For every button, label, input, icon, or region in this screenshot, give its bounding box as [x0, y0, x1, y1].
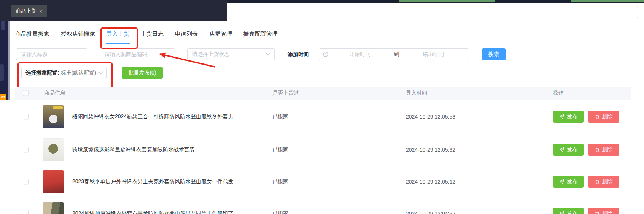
table-row: 2024加绒加厚冲锋衣外套石墨烯防风防水登山服男女同款工作服印字 已搬家 202… [0, 198, 644, 214]
topright-widget [637, 6, 644, 19]
tab-batch-move[interactable]: 商品批量搬家 [15, 30, 49, 38]
chevron-down-icon [99, 71, 103, 75]
top-strip-green-segment [399, 0, 495, 2]
tab-application-list[interactable]: 申请列表 [175, 30, 198, 38]
tabs-divider [10, 44, 644, 44]
publish-label: 发布 [567, 178, 577, 185]
top-strip-green-segment [571, 0, 644, 2]
title-search-input[interactable] [16, 48, 87, 60]
import-time: 2024-10-29 12:05:12 [406, 179, 455, 185]
tab-import-listing[interactable]: 导入上货 [107, 30, 129, 38]
publish-label: 发布 [567, 146, 577, 153]
delete-button[interactable]: 删除 [588, 144, 619, 156]
row-checkbox[interactable] [23, 179, 29, 185]
publish-button[interactable]: 发布 [553, 111, 584, 123]
table-row: 骆陀同款冲锋衣女2024新款三合一可拆卸防风防水登山服秋冬外套男 已搬家 202… [0, 100, 644, 134]
header-product: 商品信息 [44, 90, 65, 97]
send-icon [559, 179, 564, 184]
import-time: 2024-10-29 12:05:53 [406, 114, 455, 120]
delete-label: 删除 [602, 113, 613, 120]
product-title: 2024加绒加厚冲锋衣外套石墨烯防风防水登山服男女同款工作服印字 [72, 210, 233, 214]
sidebar-menu-shape [0, 64, 4, 81]
publish-button[interactable]: 发布 [553, 208, 584, 214]
trash-icon [595, 211, 600, 214]
product-title: 跨境废墟俄迷彩鲨鱼皮冲锋衣套装加绒防水战术套装 [72, 146, 195, 153]
delete-label: 删除 [602, 210, 613, 214]
send-icon [559, 114, 564, 119]
status-select-placeholder: 请选择上货状态 [192, 51, 266, 58]
send-icon [559, 211, 564, 214]
delete-label: 删除 [602, 146, 613, 153]
batch-publish-button[interactable]: 批量发布(0) [122, 67, 163, 79]
publish-label: 发布 [567, 210, 577, 214]
listing-status-select[interactable]: 请选择上货状态 [187, 48, 275, 60]
product-thumbnail [43, 105, 64, 128]
table-row: 2023春秋季单层户外冲锋衣男士夹克外套防风防水登山服女一件代发 已搬家 202… [0, 166, 644, 198]
import-time: 2024-10-29 12:04:52 [406, 211, 455, 214]
tab-shop-group[interactable]: 店群管理 [209, 30, 232, 38]
trash-icon [595, 114, 600, 119]
listed-status: 已搬家 [272, 178, 288, 185]
publish-button[interactable]: 发布 [553, 144, 584, 156]
end-time-placeholder: 结束时间 [402, 51, 465, 58]
date-filter-label: 添加时间 [288, 51, 309, 58]
table-header: 商品信息 是否上货过 导入时间 操作 [15, 87, 631, 100]
select-all-checkbox[interactable] [23, 90, 29, 96]
chevron-down-icon [266, 53, 270, 56]
window-tab-product-listing[interactable]: 商品上货 × [11, 5, 47, 17]
send-icon [559, 147, 564, 152]
trash-icon [595, 179, 600, 184]
product-title: 骆陀同款冲锋衣女2024新款三合一可拆卸防风防水登山服秋冬外套男 [72, 113, 233, 120]
table-row: 跨境废墟俄迷彩鲨鱼皮冲锋衣套装加绒防水战术套装 已搬家 2024-10-29 1… [0, 134, 644, 166]
source-product-code-input[interactable] [100, 48, 175, 60]
date-range-picker[interactable]: 开始时间 到 结束时间 [319, 48, 469, 60]
app-window: 商品上货 × OT 商品批量搬家 授权店铺搬家 导入上货 上货日志 申请列表 店… [0, 0, 644, 214]
move-config-value: 标准(默认配置) [61, 70, 97, 76]
header-listed: 是否上货过 [272, 90, 299, 97]
delete-button[interactable]: 删除 [588, 208, 619, 214]
row-checkbox[interactable] [23, 114, 29, 120]
clock-icon [323, 52, 328, 57]
ot-floating-badge[interactable]: OT [0, 94, 6, 100]
publish-label: 发布 [567, 113, 577, 120]
header-actions: 操作 [553, 90, 564, 97]
active-tab-underline [106, 43, 130, 44]
product-thumbnail [43, 170, 64, 193]
header-import-time: 导入时间 [406, 90, 427, 97]
listed-status: 已搬家 [272, 113, 288, 120]
import-time: 2024-10-29 12:05:32 [406, 147, 455, 153]
search-button[interactable]: 搜索 [482, 48, 506, 60]
move-config-select[interactable]: 选择搬家配置: 标准(默认配置) [21, 67, 107, 79]
listed-status: 已搬家 [272, 210, 288, 214]
delete-label: 删除 [602, 178, 613, 185]
module-tabs: 商品批量搬家 授权店铺搬家 导入上货 上货日志 申请列表 店群管理 搬家配置管理 [15, 30, 278, 38]
close-icon[interactable]: × [39, 9, 42, 14]
tab-authorized-shop-move[interactable]: 授权店铺搬家 [61, 30, 95, 38]
date-range-separator: 到 [392, 51, 402, 58]
row-checkbox[interactable] [23, 147, 29, 153]
tab-listing-log[interactable]: 上货日志 [141, 30, 164, 38]
delete-button[interactable]: 删除 [588, 176, 619, 188]
start-time-placeholder: 开始时间 [328, 51, 392, 58]
product-thumbnail [43, 138, 64, 161]
move-config-label: 选择搬家配置: [25, 70, 59, 76]
listed-status: 已搬家 [272, 146, 288, 153]
delete-button[interactable]: 删除 [588, 111, 619, 123]
trash-icon [595, 147, 600, 152]
row-checkbox[interactable] [23, 211, 29, 214]
product-title: 2023春秋季单层户外冲锋衣男士夹克外套防风防水登山服女一件代发 [72, 178, 233, 185]
window-tab-label: 商品上货 [16, 8, 36, 14]
sidebar-menu-shape [1, 21, 5, 30]
product-thumbnail [43, 202, 64, 214]
publish-button[interactable]: 发布 [553, 176, 584, 188]
tab-move-config[interactable]: 搬家配置管理 [243, 30, 278, 38]
